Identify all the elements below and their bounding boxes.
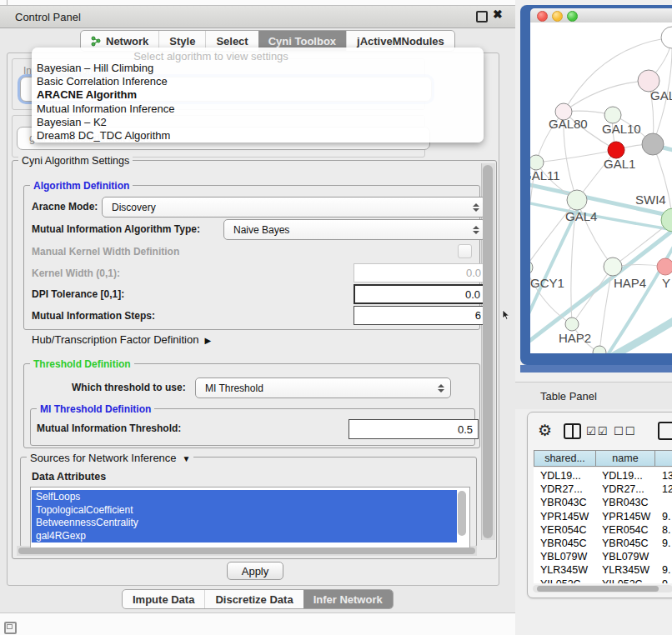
dpi-tolerance-field[interactable]: 0.0 bbox=[354, 284, 487, 304]
sources-group-title[interactable]: Sources for Network Inference▼ bbox=[27, 452, 193, 464]
mi-type-combo[interactable]: Naive Bayes bbox=[223, 219, 486, 240]
data-attribute-item[interactable]: BetweennessCentrality bbox=[32, 517, 457, 530]
columns-icon[interactable] bbox=[564, 423, 581, 439]
network-node-gal10[interactable] bbox=[604, 107, 621, 123]
expander-down-icon: ▼ bbox=[183, 454, 191, 463]
algorithm-definition-title: Algorithm Definition bbox=[30, 180, 133, 192]
hub-definition-expander[interactable]: Hub/Transcription Factor Definition▶ bbox=[32, 333, 211, 346]
table-row[interactable]: YBR045CYBR045C9. bbox=[534, 537, 672, 550]
settings-horizontal-scrollbar-thumb[interactable] bbox=[18, 548, 475, 554]
combo-spinner-icon bbox=[438, 384, 444, 392]
close-button[interactable] bbox=[537, 11, 548, 22]
data-attribute-item[interactable]: gal4RGexp bbox=[32, 529, 457, 542]
algorithm-option[interactable]: Mutual Information Inference bbox=[37, 102, 174, 116]
tab-infer-network[interactable]: Infer Network bbox=[303, 590, 393, 608]
table-cell: 12 bbox=[662, 482, 672, 496]
table-cell: 8. bbox=[662, 523, 672, 537]
algorithm-option[interactable]: Bayesian – Hill Climbing bbox=[37, 62, 174, 75]
tab-label: Impute Data bbox=[133, 593, 194, 606]
table-row[interactable]: YBR043CYBR043C bbox=[534, 496, 672, 509]
table-row[interactable]: YDL19...YDL19...13 bbox=[534, 469, 672, 482]
table-row[interactable]: YBL079WYBL079W bbox=[534, 550, 672, 563]
tab-label: Infer Network bbox=[313, 593, 383, 606]
manual-kernel-checkbox[interactable] bbox=[458, 244, 472, 258]
network-node-y[interactable] bbox=[657, 258, 672, 275]
network-node-topcircle[interactable] bbox=[661, 27, 672, 48]
column-header-shared[interactable]: shared... bbox=[534, 450, 596, 467]
minimize-button[interactable] bbox=[552, 11, 563, 22]
table-row[interactable]: YPR145WYPR145W9. bbox=[534, 510, 672, 523]
settings-vertical-scrollbar-thumb[interactable] bbox=[483, 165, 493, 538]
algorithm-option[interactable]: Basic Correlation Inference bbox=[37, 75, 174, 88]
kernel-width-field[interactable]: 0.0 bbox=[354, 263, 487, 282]
close-panel-icon[interactable]: ✖ bbox=[493, 8, 503, 21]
tab-discretize-data[interactable]: Discretize Data bbox=[204, 590, 303, 608]
table-row[interactable]: YIL052CYIL052C9 bbox=[534, 578, 672, 583]
table-horizontal-scrollbar-thumb[interactable] bbox=[537, 586, 659, 592]
combo-spinner-icon bbox=[473, 226, 479, 234]
manual-kernel-label: Manual Kernel Width Definition bbox=[32, 246, 179, 258]
network-icon bbox=[91, 36, 102, 47]
mi-threshold-group-title: MI Threshold Definition bbox=[37, 403, 154, 415]
select-all-icon[interactable]: ☑☑ bbox=[586, 425, 609, 438]
attributes-list-scrollbar-thumb[interactable] bbox=[458, 491, 466, 536]
network-node-gal4[interactable] bbox=[567, 190, 587, 210]
algorithm-option[interactable]: Bayesian – K2 bbox=[37, 116, 174, 129]
network-edge[interactable] bbox=[572, 267, 613, 324]
network-node-hap2[interactable] bbox=[565, 318, 579, 331]
network-window-frame-bottom bbox=[520, 365, 672, 372]
network-window-titlebar[interactable] bbox=[530, 8, 672, 23]
table-cell: YER054C bbox=[602, 523, 660, 537]
mi-steps-field[interactable]: 6 bbox=[354, 306, 487, 325]
apply-button[interactable]: Apply bbox=[227, 562, 283, 580]
table-body[interactable]: YDL19...YDL19...13YDR27...YDR27...12YBR0… bbox=[534, 468, 672, 583]
network-node-label: GAL1 bbox=[604, 157, 635, 171]
data-attributes-items: SelfLoopsTopologicalCoefficientBetweenne… bbox=[32, 490, 457, 542]
tab-label: Discretize Data bbox=[215, 593, 293, 606]
float-panel-icon[interactable] bbox=[476, 11, 488, 22]
network-node-gray[interactable] bbox=[642, 133, 664, 155]
table-row[interactable]: YLR345WYLR345W9. bbox=[534, 563, 672, 577]
table-cell: YPR145W bbox=[602, 510, 660, 523]
which-threshold-combo[interactable]: MI Threshold bbox=[195, 378, 451, 398]
mi-threshold-label: Mutual Information Threshold: bbox=[37, 422, 181, 434]
table-row[interactable]: YER054CYER054C8. bbox=[534, 523, 672, 537]
table-cell: 9 bbox=[662, 578, 672, 583]
tab-impute-data[interactable]: Impute Data bbox=[123, 590, 204, 608]
column-header-partial[interactable] bbox=[654, 450, 672, 467]
table-cell: 9. bbox=[662, 537, 672, 550]
table-cell: YBR043C bbox=[540, 496, 600, 509]
which-threshold-label: Which threshold to use: bbox=[72, 382, 186, 393]
zoom-button[interactable] bbox=[567, 11, 578, 22]
minimized-panel-icon[interactable] bbox=[4, 622, 17, 634]
aracne-mode-combo[interactable]: Discovery bbox=[102, 197, 486, 218]
table-cell: YDR27... bbox=[602, 482, 660, 496]
sources-title-text: Sources for Network Inference bbox=[30, 452, 177, 464]
column-header-name[interactable]: name bbox=[595, 450, 655, 467]
network-canvas[interactable]: GALGAL80GAL10GAL1GAL11GAL4SWI4GCY1HAP4YH… bbox=[530, 22, 672, 353]
threshold-definition-title: Threshold Definition bbox=[30, 358, 134, 370]
table-cell: YBL079W bbox=[602, 550, 660, 563]
table-cell: YBL079W bbox=[540, 550, 600, 563]
mi-type-value: Naive Bayes bbox=[233, 224, 289, 236]
network-node-bottom[interactable] bbox=[593, 346, 606, 353]
network-edge[interactable] bbox=[564, 81, 649, 112]
algorithm-dropdown-prompt: Select algorithm to view settings bbox=[32, 50, 390, 62]
network-node-gal1[interactable] bbox=[608, 142, 624, 158]
function-icon[interactable] bbox=[658, 422, 672, 440]
network-node-gcy1[interactable] bbox=[530, 260, 533, 275]
table-row[interactable]: YDR27...YDR27...12 bbox=[534, 482, 672, 496]
mi-threshold-field[interactable]: 0.5 bbox=[349, 419, 479, 439]
bottom-tabbar: Impute DataDiscretize DataInfer Network bbox=[122, 589, 394, 609]
gear-icon[interactable]: ⚙ bbox=[538, 421, 552, 440]
mi-type-label: Mutual Information Algorithm Type: bbox=[32, 223, 200, 235]
algorithm-option[interactable]: ARACNE Algorithm bbox=[37, 88, 174, 102]
data-attribute-item[interactable]: TopologicalCoefficient bbox=[32, 503, 457, 517]
data-attributes-list[interactable]: SelfLoopsTopologicalCoefficientBetweenne… bbox=[30, 487, 470, 548]
deselect-all-icon[interactable]: ☐☐ bbox=[614, 425, 636, 438]
table-cell: YDL19... bbox=[540, 469, 600, 482]
network-node-hap4[interactable] bbox=[604, 258, 622, 276]
which-threshold-value: MI Threshold bbox=[205, 382, 263, 394]
algorithm-option[interactable]: Dream8 DC_TDC Algorithm bbox=[37, 129, 174, 142]
data-attribute-item[interactable]: SelfLoops bbox=[32, 490, 457, 503]
